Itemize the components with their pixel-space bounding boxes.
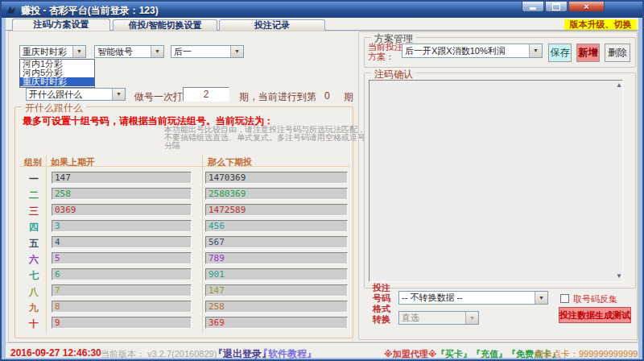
- periods-count-input[interactable]: 2: [183, 87, 229, 102]
- statusbar-divider: [6, 342, 638, 343]
- row-label: 六: [23, 253, 45, 267]
- status-version: 当前版本： v3.2.7(20160829): [101, 348, 217, 360]
- method-select-value: 开什么跟什么: [29, 89, 82, 99]
- scroll-down-icon[interactable]: ▼: [616, 273, 622, 280]
- bet-input[interactable]: 369: [205, 317, 348, 329]
- bet-input[interactable]: 1472589: [205, 204, 348, 216]
- header-divider: [19, 166, 349, 167]
- row-label: 五: [23, 237, 45, 251]
- method-select[interactable]: 开什么跟什么 ▼: [26, 88, 126, 101]
- convert-mode-value: -- 不转换数据 --: [402, 293, 463, 302]
- reverse-set-checkbox[interactable]: [560, 294, 569, 303]
- row-label: 二: [23, 189, 45, 202]
- open-input[interactable]: 4: [52, 236, 192, 248]
- follow-group-title: 开什么跟什么: [22, 102, 86, 115]
- row-label: 四: [23, 221, 45, 234]
- chevron-down-icon: ▼: [465, 312, 478, 324]
- app-icon: [6, 4, 17, 15]
- bet-input[interactable]: 567: [205, 236, 348, 248]
- chevron-down-icon[interactable]: ▼: [151, 46, 163, 57]
- agent-label: ※加盟代理※: [384, 348, 436, 360]
- minimize-button[interactable]: [522, 2, 544, 12]
- app-window: 赚投 - 杏彩平台(当前登录：123) × 注码/方案设置 倍投/智能切换设置 …: [0, 0, 644, 361]
- current-period-value: 0: [324, 90, 330, 102]
- play-type-value: 直选: [402, 313, 419, 322]
- bet-input[interactable]: 147: [205, 284, 348, 297]
- bet-confirm-textarea[interactable]: [369, 80, 623, 282]
- lottery-select[interactable]: 重庆时时彩 ▼: [19, 45, 86, 58]
- follow-hint: 本功能出号比较自由，请注意投注号码与所选玩法匹配， 不要搞错组选直选、单式复式。…: [164, 126, 365, 150]
- scroll-up-icon[interactable]: ▲: [616, 82, 622, 89]
- window-title: 赚投 - 杏彩平台(当前登录：123): [21, 4, 159, 18]
- row-label: 八: [23, 285, 45, 299]
- current-plan-label: 当前投注 方案：: [368, 42, 403, 61]
- convert-mode-select[interactable]: -- 不转换数据 -- ▼: [398, 291, 548, 305]
- open-input[interactable]: 258: [52, 188, 192, 200]
- mode-select[interactable]: 智能做号 ▼: [94, 45, 164, 58]
- chevron-down-icon[interactable]: ▼: [112, 89, 125, 100]
- bet-input[interactable]: 789: [205, 252, 348, 264]
- maximize-button[interactable]: [545, 2, 568, 12]
- convert-label-line1: 投注: [373, 283, 390, 293]
- minimize-icon: [530, 7, 536, 10]
- row-label: 九: [23, 301, 45, 315]
- client-area: 注码/方案设置 倍投/智能切换设置 投注记录 版本升级、切换 重庆时时彩 ▼ 智…: [6, 18, 638, 358]
- close-button[interactable]: ×: [568, 2, 605, 12]
- lottery-dropdown-list: 河内1分彩 河内5分彩 重庆时时彩: [19, 59, 95, 88]
- tutorial-link[interactable]: 『软件教程』: [258, 347, 316, 361]
- periods-label-before: 做号一次打: [134, 90, 183, 104]
- title-bar: 赚投 - 杏彩平台(当前登录：123) ×: [2, 2, 642, 18]
- current-plan-label-line2: 方案：: [368, 52, 403, 61]
- plan-select-value: 后一开X跟X消数10%利润: [405, 46, 506, 56]
- open-input[interactable]: 3: [52, 220, 192, 232]
- row-label: 三: [23, 205, 45, 218]
- chevron-down-icon[interactable]: ▼: [72, 46, 85, 57]
- chevron-down-icon[interactable]: ▼: [535, 292, 547, 304]
- open-input[interactable]: 9: [52, 317, 192, 329]
- row-label: 一: [23, 172, 45, 186]
- open-input[interactable]: 7: [52, 284, 192, 297]
- points-label: 剩余点卡：: [535, 349, 579, 359]
- open-input[interactable]: 147: [52, 172, 192, 184]
- bet-input[interactable]: 2580369: [205, 188, 348, 200]
- play-select[interactable]: 后一 ▼: [171, 45, 244, 58]
- convert-label-line2: 号码: [373, 293, 390, 304]
- open-input[interactable]: 6: [52, 268, 192, 280]
- version-upgrade-link[interactable]: 版本升级、切换: [564, 19, 637, 30]
- play-select-value: 后一: [174, 47, 192, 56]
- open-input[interactable]: 5: [52, 252, 192, 264]
- bet-input[interactable]: 258: [205, 301, 348, 313]
- bet-input[interactable]: 456: [205, 220, 348, 232]
- save-button[interactable]: 保存: [548, 44, 572, 62]
- convert-label-line3: 格式: [373, 304, 390, 314]
- tab-bet-records[interactable]: 投注记录: [219, 19, 325, 31]
- current-plan-label-line1: 当前投注: [368, 42, 403, 52]
- follow-hint-line2: 不要搞错组选直选、单式复式。多注号码请用空格或逗号: [164, 134, 365, 142]
- add-button[interactable]: 新增: [576, 44, 600, 62]
- tab-bet-plan-settings[interactable]: 注码/方案设置: [12, 19, 110, 31]
- open-input[interactable]: 8: [52, 301, 192, 313]
- row-label: 十: [23, 317, 45, 331]
- points-value: 999999999999: [579, 349, 638, 359]
- delete-button[interactable]: 删除: [605, 44, 630, 62]
- maximize-icon: [552, 3, 560, 10]
- convert-label-line4: 转换: [373, 314, 390, 325]
- column-divider: [202, 154, 203, 333]
- generate-test-button[interactable]: 投注数据生成测试: [559, 307, 631, 323]
- lottery-option-chongqing[interactable]: 重庆时时彩: [20, 77, 94, 86]
- bet-input[interactable]: 901: [205, 268, 348, 280]
- open-input[interactable]: 0369: [52, 204, 192, 216]
- chevron-down-icon[interactable]: ▼: [230, 46, 243, 57]
- chevron-down-icon[interactable]: ▼: [529, 44, 542, 57]
- tab-multiplier-smart-switch[interactable]: 倍投/智能切换设置: [113, 19, 217, 31]
- convert-label: 投注 号码 格式 转换: [373, 283, 390, 325]
- close-icon: ×: [584, 2, 588, 11]
- periods-label-after: 期: [344, 90, 353, 104]
- lottery-select-value: 重庆时时彩: [23, 47, 67, 56]
- reverse-set-label: 取号码反集: [573, 293, 617, 305]
- bet-input[interactable]: 1470369: [205, 172, 348, 184]
- plan-select[interactable]: 后一开X跟X消数10%利润 ▼: [402, 44, 543, 58]
- periods-label-middle: 期，当前进行到第: [239, 90, 316, 104]
- play-type-select[interactable]: 直选 ▼: [398, 311, 479, 325]
- points-remaining: 剩余点卡：999999999999: [535, 348, 638, 360]
